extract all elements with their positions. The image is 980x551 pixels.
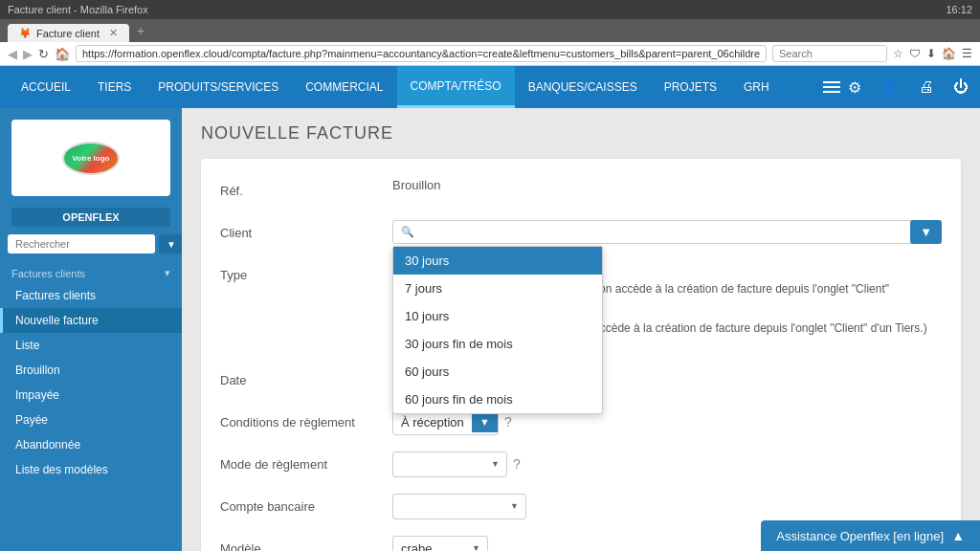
- nav-commercial[interactable]: COMMERCIAL: [292, 66, 396, 108]
- ref-label: Réf.: [220, 178, 392, 198]
- client-label: Client: [220, 220, 392, 240]
- ref-value: Brouillon: [392, 178, 441, 192]
- client-select-btn[interactable]: ▼: [910, 220, 942, 244]
- mode-field: ?: [392, 452, 942, 477]
- compte-field: [392, 494, 942, 519]
- nav-projets[interactable]: PROJETS: [651, 66, 730, 108]
- sidebar-item-nouvelle-facture[interactable]: Nouvelle facture: [0, 308, 182, 333]
- conditions-dropdown-menu: 30 jours 7 jours 10 jours 30 jours fin d…: [392, 246, 603, 414]
- date-label: Date: [220, 367, 392, 387]
- mode-select[interactable]: [392, 452, 507, 477]
- settings-icon[interactable]: ⚙: [844, 75, 865, 100]
- nav-compta[interactable]: COMPTA/TRÉSO: [397, 66, 515, 108]
- mode-select-wrapper: [392, 452, 507, 477]
- address-bar-icons: ☆ 🛡 ⬇ 🏠 ☰: [893, 47, 972, 60]
- sidebar-item-liste[interactable]: Liste: [0, 333, 182, 358]
- nav-tiers[interactable]: TIERS: [84, 66, 145, 108]
- page-title: NOUVELLE FACTURE: [201, 123, 961, 143]
- compte-label: Compte bancaire: [220, 494, 392, 514]
- tab-close-icon[interactable]: ✕: [109, 27, 118, 39]
- sidebar-item-abandonnee[interactable]: Abandonnée: [0, 432, 182, 457]
- sidebar-item-liste-modeles[interactable]: Liste des modèles: [0, 457, 182, 482]
- address-bar: ◀ ▶ ↻ 🏠 ☆ 🛡 ⬇ 🏠 ☰: [0, 42, 980, 66]
- ref-field: Brouillon: [392, 178, 942, 192]
- sidebar-section-chevron: ▾: [165, 267, 170, 279]
- modele-select-wrapper: crabe: [392, 536, 488, 551]
- sidebar: Votre logo OPENFLEX ▼ Factures clients ▾…: [0, 108, 182, 551]
- logo-graphic: Votre logo: [53, 139, 129, 177]
- sidebar-item-brouillon[interactable]: Brouillon: [0, 358, 182, 383]
- type-label: Type: [220, 262, 392, 282]
- nav-home-icon[interactable]: 🏠: [55, 47, 70, 61]
- main-content: NOUVELLE FACTURE Réf. Brouillon Client: [182, 108, 980, 551]
- nav-produits[interactable]: PRODUITS/SERVICES: [145, 66, 292, 108]
- browser-search-input[interactable]: [772, 45, 887, 62]
- power-icon[interactable]: ⏻: [949, 75, 972, 99]
- client-dropdown-container: 🔍 30 jours 7 jours 10 jours 30 jours fin…: [392, 220, 942, 244]
- nav-back-icon[interactable]: ◀: [8, 47, 17, 61]
- dropdown-item-30joursfin[interactable]: 30 jours fin de mois: [393, 330, 602, 358]
- nav-accueil[interactable]: ACCUEIL: [8, 66, 84, 108]
- menu-icon[interactable]: ☰: [962, 47, 972, 60]
- conditions-dropdown-btn[interactable]: ▼: [472, 411, 498, 432]
- sidebar-section-header-factures[interactable]: Factures clients ▾: [0, 261, 182, 283]
- print-icon[interactable]: 🖨: [915, 75, 938, 99]
- form-row-compte: Compte bancaire: [220, 494, 942, 524]
- assistance-chevron-icon: ▲: [951, 528, 965, 543]
- app-container: ACCUEIL TIERS PRODUITS/SERVICES COMMERCI…: [0, 66, 980, 551]
- time-display: 16:12: [946, 4, 972, 15]
- sidebar-search-area: ▼: [8, 234, 174, 253]
- new-tab-button[interactable]: +: [129, 19, 152, 42]
- nav-banques[interactable]: BANQUES/CAISSES: [515, 66, 651, 108]
- dropdown-item-60jours[interactable]: 60 jours: [393, 358, 602, 386]
- client-search-icon: 🔍: [401, 226, 414, 238]
- assistance-bar[interactable]: Assistance Openflex [en ligne] ▲: [761, 520, 980, 551]
- form-row-client: Client 🔍 30 jours 7 jours 10 jours: [220, 220, 942, 251]
- form-row-mode: Mode de règlement ?: [220, 452, 942, 482]
- dropdown-item-7jours[interactable]: 7 jours: [393, 275, 602, 302]
- logo-image: Votre logo: [62, 142, 120, 175]
- modele-select[interactable]: crabe: [392, 536, 488, 551]
- sidebar-item-impayee[interactable]: Impayée: [0, 383, 182, 408]
- client-dropdown-trigger[interactable]: 🔍: [392, 220, 942, 244]
- modele-label: Modèle: [220, 536, 392, 551]
- body-layout: Votre logo OPENFLEX ▼ Factures clients ▾…: [0, 108, 980, 551]
- browser-title-bar: Facture client - Mozilla Firefox 16:12: [0, 0, 980, 19]
- tab-favicon: 🦊: [19, 28, 31, 38]
- conditions-label: Conditions de règlement: [220, 409, 392, 430]
- top-nav: ACCUEIL TIERS PRODUITS/SERVICES COMMERCI…: [0, 66, 980, 108]
- hamburger-menu-icon[interactable]: [819, 77, 844, 97]
- sidebar-item-factures-clients[interactable]: Factures clients: [0, 283, 182, 308]
- tab-label: Facture client: [36, 28, 100, 39]
- browser-title-text: Facture client - Mozilla Firefox: [8, 4, 148, 15]
- conditions-help-icon[interactable]: ?: [504, 414, 512, 430]
- mode-label: Mode de règlement: [220, 452, 392, 472]
- sidebar-item-payee[interactable]: Payée: [0, 408, 182, 432]
- form-card: Réf. Brouillon Client 🔍: [201, 159, 961, 551]
- address-input[interactable]: [76, 45, 767, 62]
- nav-action-icons: ⚙ 👤 🖨 ⏻: [844, 75, 972, 100]
- sidebar-search-dropdown-btn[interactable]: ▼: [159, 234, 184, 253]
- browser-tab[interactable]: 🦊 Facture client ✕: [8, 24, 129, 42]
- dropdown-item-10jours[interactable]: 10 jours: [393, 302, 602, 330]
- browser-icons: 16:12: [946, 4, 972, 15]
- nav-refresh-icon[interactable]: ↻: [38, 47, 49, 61]
- mode-help-icon[interactable]: ?: [513, 456, 521, 472]
- sidebar-section-label: Factures clients: [11, 268, 85, 279]
- bookmark-icon[interactable]: ☆: [893, 47, 903, 60]
- user-icon[interactable]: 👤: [877, 75, 903, 100]
- compte-select-wrapper: [392, 494, 526, 519]
- sidebar-company-name: OPENFLEX: [11, 208, 170, 227]
- home-icon2[interactable]: 🏠: [942, 47, 956, 60]
- dropdown-item-30jours[interactable]: 30 jours: [393, 247, 602, 275]
- nav-grh[interactable]: GRH: [730, 66, 783, 108]
- dropdown-item-60joursfin[interactable]: 60 jours fin de mois: [393, 386, 602, 413]
- client-field: 🔍 30 jours 7 jours 10 jours 30 jours fin…: [392, 220, 942, 244]
- sidebar-section-factures: Factures clients ▾ Factures clients Nouv…: [0, 261, 182, 482]
- logo-area: Votre logo: [11, 120, 170, 196]
- sidebar-search-input[interactable]: [8, 234, 155, 253]
- nav-forward-icon[interactable]: ▶: [23, 47, 33, 61]
- compte-select[interactable]: [392, 494, 526, 519]
- shield-icon: 🛡: [909, 47, 921, 60]
- download-icon[interactable]: ⬇: [926, 47, 936, 60]
